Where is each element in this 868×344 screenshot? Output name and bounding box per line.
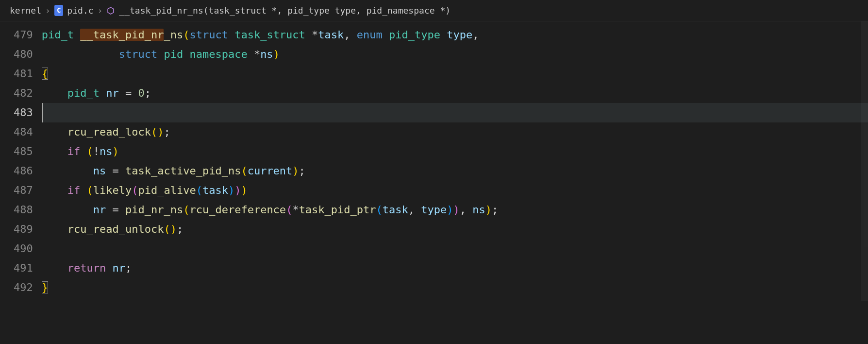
line-number[interactable]: 489: [14, 220, 33, 239]
token-type: task_struct: [234, 29, 305, 41]
token-macro: current: [248, 165, 293, 177]
token-param: ns: [260, 48, 273, 60]
token-type: pid_t: [42, 29, 74, 41]
token-keyword: if: [67, 184, 81, 196]
code-line[interactable]: pid_t __task_pid_nr_ns(struct task_struc…: [42, 25, 868, 45]
token-var: ns: [472, 204, 485, 216]
line-number[interactable]: 483: [14, 103, 33, 122]
search-highlight: __task_pid_nr: [80, 29, 164, 41]
token-brace: {: [42, 68, 48, 80]
token-type: pid_t: [67, 87, 100, 99]
vertical-scrollbar[interactable]: [861, 21, 868, 301]
chevron-right-icon: ›: [45, 4, 50, 17]
code-area[interactable]: pid_t __task_pid_nr_ns(struct task_struc…: [42, 21, 868, 301]
line-number[interactable]: 491: [14, 258, 33, 278]
breadcrumb-file[interactable]: pid.c: [67, 4, 93, 17]
breadcrumb-folder[interactable]: kernel: [10, 4, 41, 17]
token-var: ns: [93, 165, 106, 177]
line-number[interactable]: 482: [14, 84, 33, 103]
token-op: =: [112, 165, 118, 177]
breadcrumb: kernel › C pid.c › __task_pid_nr_ns(task…: [0, 0, 868, 21]
file-c-icon: C: [54, 5, 63, 16]
code-editor[interactable]: 479 480 481 482 483 484 485 486 487 488 …: [0, 21, 868, 301]
code-line[interactable]: if (!ns): [42, 142, 868, 161]
token-var: task: [202, 184, 228, 196]
code-line[interactable]: rcu_read_unlock();: [42, 220, 868, 239]
line-number[interactable]: 479: [14, 25, 33, 45]
token-func: _ns: [164, 29, 183, 41]
token-func: rcu_read_lock: [67, 126, 151, 138]
token-func: pid_nr_ns: [125, 204, 183, 216]
code-line[interactable]: {: [42, 64, 868, 84]
code-line[interactable]: [42, 239, 868, 258]
symbol-method-icon: [106, 6, 115, 15]
token-op: =: [125, 87, 132, 99]
token-keyword: return: [67, 262, 106, 274]
code-line[interactable]: rcu_read_lock();: [42, 122, 868, 142]
code-line[interactable]: return nr;: [42, 258, 868, 278]
line-number[interactable]: 481: [14, 64, 33, 84]
code-line[interactable]: if (likely(pid_alive(task))): [42, 181, 868, 200]
token-keyword: struct: [119, 48, 157, 60]
token-keyword: enum: [357, 29, 383, 41]
line-number[interactable]: 488: [14, 200, 33, 220]
token-brace: }: [42, 281, 48, 293]
token-func: pid_alive: [138, 184, 196, 196]
token-func: task_active_pid_ns: [125, 165, 241, 177]
token-func: rcu_dereference: [189, 204, 286, 216]
line-number[interactable]: 490: [14, 239, 33, 258]
token-func: task_pid_ptr: [299, 204, 376, 216]
code-line[interactable]: ns = task_active_pid_ns(current);: [42, 161, 868, 181]
code-line[interactable]: struct pid_namespace *ns): [42, 45, 868, 64]
line-number-gutter: 479 480 481 482 483 484 485 486 487 488 …: [0, 21, 42, 301]
token-op: =: [112, 204, 118, 216]
token-op: *: [292, 204, 299, 216]
token-var: nr: [93, 204, 106, 216]
token-var: type: [421, 204, 447, 216]
line-number[interactable]: 485: [14, 142, 33, 161]
line-number[interactable]: 487: [14, 181, 33, 200]
line-number[interactable]: 492: [14, 278, 33, 297]
token-keyword: if: [67, 145, 81, 157]
cursor-indicator: [42, 103, 43, 122]
token-var: task: [383, 204, 408, 216]
token-param: type: [447, 29, 472, 41]
token-param: task: [318, 29, 344, 41]
token-func: rcu_read_unlock: [67, 223, 164, 235]
token-var: nr: [112, 262, 125, 274]
line-number[interactable]: 480: [14, 45, 33, 64]
line-number[interactable]: 484: [14, 122, 33, 142]
code-line-current[interactable]: [42, 103, 868, 122]
chevron-right-icon: ›: [98, 4, 103, 17]
token-keyword: struct: [189, 29, 228, 41]
breadcrumb-symbol[interactable]: __task_pid_nr_ns(task_struct *, pid_type…: [119, 4, 451, 17]
token-number: 0: [138, 87, 144, 99]
line-number[interactable]: 486: [14, 161, 33, 181]
code-line[interactable]: }: [42, 278, 868, 297]
token-func: likely: [93, 184, 132, 196]
token-type: pid_type: [389, 29, 440, 41]
code-line[interactable]: pid_t nr = 0;: [42, 84, 868, 103]
token-op: !: [93, 145, 100, 157]
token-var: nr: [106, 87, 119, 99]
token-var: ns: [100, 145, 113, 157]
code-line[interactable]: nr = pid_nr_ns(rcu_dereference(*task_pid…: [42, 200, 868, 220]
token-type: pid_namespace: [164, 48, 247, 60]
